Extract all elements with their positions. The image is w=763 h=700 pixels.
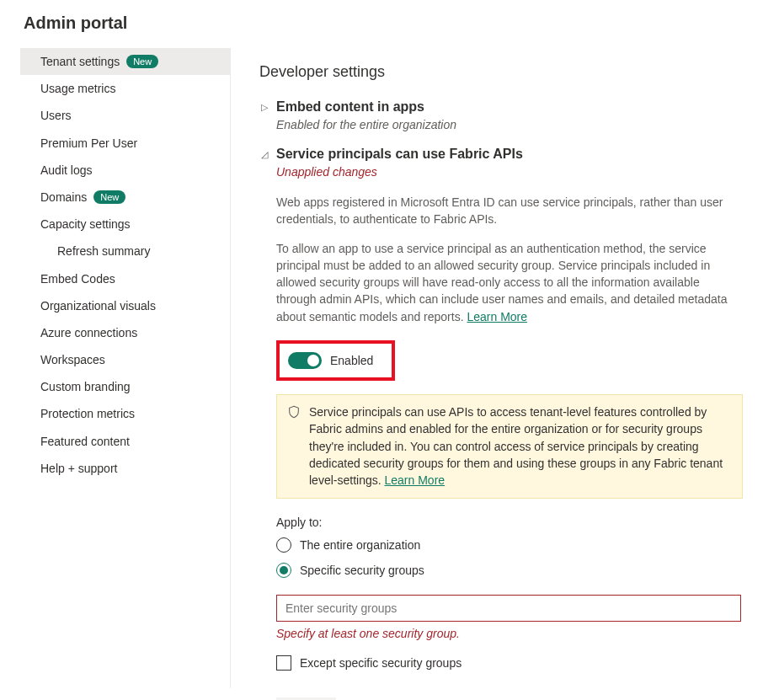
cancel-button[interactable]: Cancel xyxy=(348,697,415,700)
sidebar-item[interactable]: Usage metrics xyxy=(20,75,230,102)
sidebar-item[interactable]: Users xyxy=(20,102,230,129)
sidebar-item[interactable]: Azure connections xyxy=(20,319,230,346)
setting-sp-desc2: To allow an app to use a service princip… xyxy=(276,240,743,325)
sidebar-item-label: Audit logs xyxy=(40,163,92,178)
sidebar-item-label: Embed Codes xyxy=(40,271,115,286)
sidebar-item[interactable]: Tenant settingsNew xyxy=(20,48,230,75)
caret-down-icon[interactable]: ◿ xyxy=(259,147,269,160)
sidebar-item-label: Usage metrics xyxy=(40,81,115,96)
setting-sp-desc1: Web apps registered in Microsoft Entra I… xyxy=(276,194,743,228)
except-groups-label: Except specific security groups xyxy=(300,656,462,670)
sidebar-item[interactable]: Premium Per User xyxy=(20,130,230,157)
setting-sp-status: Unapplied changes xyxy=(276,165,743,179)
enabled-toggle-callout: Enabled xyxy=(276,340,395,381)
sidebar-item-label: Protection metrics xyxy=(40,406,135,421)
sidebar-item-label: Organizational visuals xyxy=(40,298,156,313)
security-groups-input[interactable] xyxy=(276,595,741,622)
radio-icon xyxy=(276,537,291,553)
radio-entire-org[interactable]: The entire organization xyxy=(276,537,743,553)
sidebar-item[interactable]: Custom branding xyxy=(20,373,230,400)
apply-to-label: Apply to: xyxy=(276,516,743,529)
sidebar-item[interactable]: Featured content xyxy=(20,428,230,455)
radio-specific-groups[interactable]: Specific security groups xyxy=(276,563,743,578)
toggle-knob-icon xyxy=(307,355,319,366)
main-content: Developer settings ▷ Embed content in ap… xyxy=(231,48,743,700)
page-title: Admin portal xyxy=(20,13,743,33)
setting-sp-title[interactable]: Service principals can use Fabric APIs xyxy=(276,147,523,162)
info-box-text: Service principals can use APIs to acces… xyxy=(309,405,723,487)
shield-icon xyxy=(287,403,301,489)
sidebar-item-label: Featured content xyxy=(40,434,130,449)
sidebar-item-label: Domains xyxy=(40,190,87,205)
new-badge: New xyxy=(93,190,125,204)
sidebar-item[interactable]: DomainsNew xyxy=(20,184,230,211)
sidebar-item-label: Users xyxy=(40,108,72,123)
except-groups-checkbox[interactable]: Except specific security groups xyxy=(276,655,743,671)
enabled-toggle-label: Enabled xyxy=(330,354,373,367)
sidebar-item-label: Tenant settings xyxy=(40,54,120,69)
sidebar-item-label: Refresh summary xyxy=(57,243,150,259)
sidebar-item-label: Capacity settings xyxy=(40,216,131,232)
info-box: Service principals can use APIs to acces… xyxy=(276,394,743,498)
new-badge: New xyxy=(126,55,158,68)
setting-embed-title[interactable]: Embed content in apps xyxy=(276,99,424,115)
sidebar-item[interactable]: Refresh summary xyxy=(20,238,230,265)
sidebar-item[interactable]: Help + support xyxy=(20,455,230,482)
security-groups-error: Specify at least one security group. xyxy=(276,627,743,640)
sidebar-item[interactable]: Organizational visuals xyxy=(20,292,230,319)
sidebar-item-label: Premium Per User xyxy=(40,136,137,151)
sidebar-item[interactable]: Audit logs xyxy=(20,157,230,184)
radio-checked-icon xyxy=(276,563,291,578)
section-heading: Developer settings xyxy=(259,63,743,81)
sidebar-item[interactable]: Protection metrics xyxy=(20,400,230,427)
sidebar-item[interactable]: Embed Codes xyxy=(20,265,230,292)
sidebar-item-label: Workspaces xyxy=(40,352,105,367)
radio-specific-groups-label: Specific security groups xyxy=(300,564,424,577)
sidebar-item-label: Custom branding xyxy=(40,379,131,394)
learn-more-link[interactable]: Learn More xyxy=(467,310,527,323)
info-learn-more-link[interactable]: Learn More xyxy=(384,473,445,487)
checkbox-icon xyxy=(276,655,291,671)
sidebar-item[interactable]: Capacity settings xyxy=(20,211,230,238)
enabled-toggle[interactable] xyxy=(288,352,322,369)
setting-embed-status: Enabled for the entire organization xyxy=(276,118,743,131)
apply-button[interactable]: Apply xyxy=(276,697,336,700)
sidebar-item-label: Help + support xyxy=(40,461,117,476)
radio-entire-org-label: The entire organization xyxy=(300,538,420,552)
sidebar: Tenant settingsNewUsage metricsUsersPrem… xyxy=(20,48,231,688)
sidebar-item-label: Azure connections xyxy=(40,325,137,340)
sidebar-item[interactable]: Workspaces xyxy=(20,346,230,373)
caret-right-icon[interactable]: ▷ xyxy=(259,99,269,113)
